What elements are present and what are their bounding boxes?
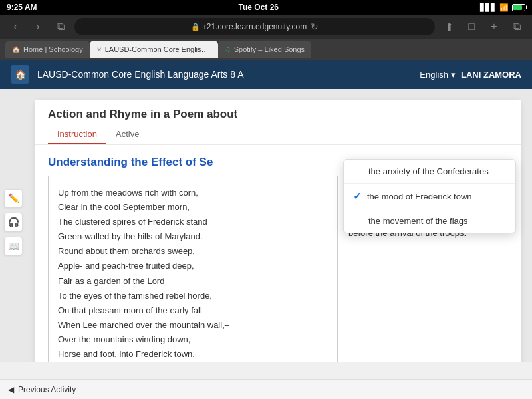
tab-spotify[interactable]: ♫ Spotify – Liked Songs <box>218 41 311 58</box>
tab-overview-button[interactable]: ⧉ <box>52 18 69 35</box>
option-anxiety-label: the anxiety of the Confederates <box>368 166 489 176</box>
card-title: Action and Rhyme in a Poem about <box>48 108 508 121</box>
app-title: LAUSD-Common Core English Language Arts … <box>37 69 412 80</box>
poem-line-8: To the eyes of the famished rebel horde, <box>58 289 328 303</box>
poem-line-2: Clear in the cool September morn, <box>58 200 328 215</box>
schoology-tab-label: Home | Schoology <box>23 45 83 53</box>
poem-line-3: The clustered spires of Frederick stand <box>58 215 328 229</box>
top-nav: 🏠 LAUSD-Common Core English Language Art… <box>0 60 532 89</box>
option-mood-label: the mood of Frederick town <box>367 192 472 201</box>
poem-line-12: Horse and foot, into Frederick town. <box>58 347 328 362</box>
battery-fill <box>513 5 522 10</box>
chevron-down-icon: ▾ <box>451 70 456 80</box>
left-tools: ✏️ 🎧 📖 <box>4 189 23 255</box>
app-icon: 🏠 <box>11 65 29 84</box>
bookmarks-button[interactable]: □ <box>463 18 480 35</box>
edgenuity-tab-label: LAUSD-Common Core English Language Arts … <box>105 45 211 53</box>
dropdown-popup: the anxiety of the Confederates ✓ the mo… <box>343 159 516 233</box>
poem-line-4: Green-walled by the hills of Maryland. <box>58 229 328 244</box>
prev-activity-label: Previous Activity <box>18 385 76 394</box>
tab-bar: 🏠 Home | Schoology ✕ LAUSD-Common Core E… <box>0 39 532 60</box>
spotify-icon: ♫ <box>225 45 231 54</box>
dropdown-option-anxiety[interactable]: the anxiety of the Confederates <box>344 160 515 184</box>
back-button[interactable]: ‹ <box>7 18 24 35</box>
poem-line-1: Up from the meadows rich with corn, <box>58 186 328 200</box>
option-movement-label: the movement of the flags <box>368 216 468 226</box>
dictionary-tool[interactable]: 📖 <box>4 237 23 255</box>
schoology-tab-icon: 🏠 <box>12 46 20 53</box>
spotify-tab-label: Spotify – Liked Songs <box>234 45 305 53</box>
url-text: r21.core.learn.edgenuity.com <box>204 22 307 31</box>
poem-line-7: Fair as a garden of the Lord <box>58 274 328 289</box>
poem-line-6: Apple- and peach-tree fruited deep, <box>58 259 328 273</box>
heading-text: Understanding the Effect of Se <box>48 156 213 168</box>
wifi-icon: 📶 <box>499 3 509 12</box>
bottom-bar: ◀ Previous Activity <box>0 379 532 399</box>
card-header: Action and Rhyme in a Poem about Instruc… <box>35 100 521 145</box>
poem-line-5: Round about them orchards sweep, <box>58 244 328 259</box>
top-nav-right: English ▾ LANI ZAMORA <box>420 70 521 80</box>
active-tab-label: Active <box>116 129 139 139</box>
tab-edgenuity[interactable]: ✕ LAUSD-Common Core English Language Art… <box>90 41 218 58</box>
share-button[interactable]: ⬆ <box>440 18 458 35</box>
poem-line-9: On that pleasant morn of the early fall <box>58 303 328 318</box>
status-bar: 9:25 AM Tue Oct 26 ▋▋▋ 📶 <box>0 0 532 15</box>
dropdown-option-mood[interactable]: ✓ the mood of Frederick town <box>344 184 515 209</box>
cellular-icon: ▋▋▋ <box>480 3 496 12</box>
poem-line-10: When Lee marched over the mountain wall,… <box>58 318 328 332</box>
date: Tue Oct 26 <box>239 3 279 12</box>
browser-toolbar: ‹ › ⧉ 🔒 r21.core.learn.edgenuity.com ↻ ⬆… <box>0 15 532 39</box>
instruction-tab-label: Instruction <box>57 129 97 139</box>
time: 9:25 AM <box>7 3 37 12</box>
new-tab-button[interactable]: + <box>485 18 503 35</box>
poem-line-11: Over the mountains winding down, <box>58 332 328 347</box>
language-label: English <box>420 70 448 80</box>
home-icon: 🏠 <box>15 69 26 80</box>
language-selector[interactable]: English ▾ <box>420 70 456 80</box>
lock-icon: 🔒 <box>191 23 200 31</box>
card-title-text: Action and Rhyme in a Poem about <box>48 108 237 120</box>
forward-button[interactable]: › <box>29 18 47 35</box>
prev-icon: ◀ <box>8 385 14 394</box>
user-name: LANI ZAMORA <box>461 70 521 80</box>
tab-instruction[interactable]: Instruction <box>48 125 106 144</box>
prev-activity-button[interactable]: ◀ Previous Activity <box>8 385 76 394</box>
reload-button[interactable]: ↻ <box>311 21 319 32</box>
address-bar[interactable]: 🔒 r21.core.learn.edgenuity.com ↻ <box>74 18 435 35</box>
tab-schoology[interactable]: 🏠 Home | Schoology <box>5 41 90 58</box>
pencil-tool[interactable]: ✏️ <box>4 189 23 207</box>
audio-tool[interactable]: 🎧 <box>4 213 23 231</box>
poem-container: Up from the meadows rich with corn, Clea… <box>48 176 338 362</box>
tabs-button[interactable]: ⧉ <box>508 18 525 35</box>
edgenuity-tab-close[interactable]: ✕ <box>96 46 102 53</box>
status-right: ▋▋▋ 📶 <box>480 3 525 12</box>
status-left: 9:25 AM <box>7 3 37 12</box>
check-icon: ✓ <box>353 190 362 202</box>
card-tabs: Instruction Active <box>48 125 508 144</box>
content-area: ✏️ 🎧 📖 Action and Rhyme in a Poem about … <box>0 89 532 362</box>
status-center: Tue Oct 26 <box>239 3 279 12</box>
dropdown-option-movement[interactable]: the movement of the flags <box>344 209 515 233</box>
battery-icon <box>512 4 525 11</box>
tab-active[interactable]: Active <box>106 125 148 144</box>
poem-lines: Up from the meadows rich with corn, Clea… <box>58 186 328 362</box>
